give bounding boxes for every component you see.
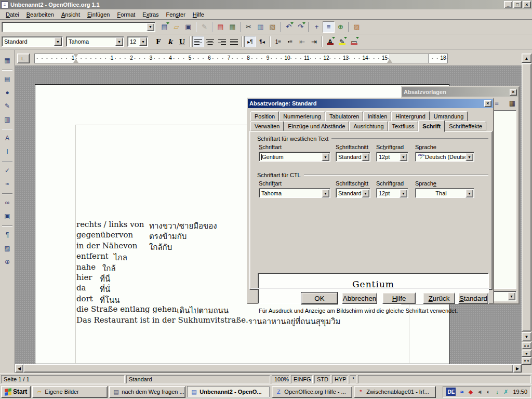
- copy-icon[interactable]: ▥: [255, 21, 267, 33]
- open-icon[interactable]: ▱: [170, 21, 182, 33]
- minimize-button[interactable]: _: [504, 1, 512, 8]
- edit-file-icon[interactable]: ✎: [198, 21, 210, 33]
- page-style[interactable]: Standard: [126, 375, 270, 383]
- right-indent-marker[interactable]: [387, 59, 392, 63]
- undo-icon[interactable]: ↶: [283, 21, 295, 33]
- insert-icon[interactable]: ▤: [1, 73, 14, 85]
- page-indicator[interactable]: Seite 1 / 1: [1, 375, 125, 383]
- task-unbenannt2-openo[interactable]: ▤Unbenannt2 - OpenO...: [187, 386, 270, 398]
- scroll-left-button[interactable]: ◀: [15, 364, 23, 373]
- font-dropdown-button[interactable]: ▼: [115, 37, 123, 46]
- export-pdf-icon[interactable]: ▤: [215, 21, 227, 33]
- standard-button[interactable]: Standard: [458, 292, 488, 304]
- left-to-right-button[interactable]: ▸¶: [244, 36, 256, 47]
- bold-button[interactable]: F: [152, 36, 164, 47]
- increase-indent-button[interactable]: ⇥: [308, 36, 320, 47]
- task-nach-dem-weg-fragen[interactable]: ▤nach dem Weg fragen ...: [109, 386, 185, 398]
- task-zwischenablage01-irf[interactable]: *Zwischenablage01 - Irf...: [354, 386, 436, 398]
- font-name-combobox[interactable]: Tahoma ▼: [66, 36, 124, 47]
- highlighting-button[interactable]: ✎: [336, 36, 348, 47]
- maximize-button[interactable]: □: [513, 1, 522, 8]
- autotext-icon[interactable]: A: [1, 132, 14, 144]
- schriftart-dropdown-button[interactable]: ▼: [322, 189, 329, 197]
- schriftschnitt-dropdown-button[interactable]: ▼: [362, 189, 369, 197]
- draw-functions-icon[interactable]: ✎: [1, 100, 14, 112]
- sprache-dropdown-button[interactable]: ▼: [466, 189, 473, 197]
- next-page-button[interactable]: ▼▼: [522, 357, 531, 365]
- abbrechen-button[interactable]: Abbrechen: [342, 292, 377, 304]
- start-button[interactable]: Start: [1, 386, 31, 398]
- tab-position[interactable]: Position: [250, 111, 279, 121]
- first-line-indent-marker[interactable]: [73, 54, 78, 58]
- graphics-onoff-icon[interactable]: ▨: [1, 242, 14, 255]
- right-to-left-button[interactable]: ¶◂: [256, 36, 268, 47]
- paste-icon[interactable]: ▧: [267, 21, 278, 33]
- menu-item-einfügen[interactable]: Einfügen: [84, 10, 113, 19]
- stylist-close-button[interactable]: ×: [510, 89, 517, 96]
- scroll-right-button[interactable]: ▶: [513, 364, 522, 373]
- tab-einzüge-und-abstände[interactable]: Einzüge und Abstände: [284, 121, 349, 131]
- horizontal-scrollbar-thumb[interactable]: [23, 364, 513, 373]
- style-dropdown-button[interactable]: ▼: [54, 37, 62, 46]
- schriftart-combobox[interactable]: Tahoma▼: [259, 188, 330, 198]
- schriftschnitt-combobox[interactable]: Standard▼: [336, 152, 370, 162]
- scroll-up-button[interactable]: ▲: [522, 54, 531, 63]
- scroll-down-button[interactable]: ▼: [522, 332, 531, 341]
- language-indicator[interactable]: DE: [446, 388, 456, 396]
- bullet-list-button[interactable]: •≡: [284, 36, 296, 47]
- align-left-button[interactable]: [192, 36, 204, 47]
- task-openoffice-org-hilfe[interactable]: ZOpenOffice.org Hilfe - ...: [272, 386, 352, 398]
- navigation-button[interactable]: ●: [522, 350, 531, 357]
- url-combobox[interactable]: ▼: [2, 22, 155, 32]
- menu-item-format[interactable]: Format: [113, 10, 139, 19]
- schriftgrad-combobox[interactable]: 12pt▼: [376, 152, 408, 162]
- background-color-button[interactable]: ▭: [348, 36, 360, 47]
- insert-object-icon[interactable]: ●: [1, 86, 14, 99]
- new-document-icon[interactable]: ▤: [158, 21, 170, 33]
- tab-verwalten[interactable]: Verwalten: [250, 121, 284, 131]
- navigator-icon[interactable]: +: [311, 21, 323, 33]
- tab-nummerierung[interactable]: Nummerierung: [279, 111, 325, 121]
- tab-tabulatoren[interactable]: Tabulatoren: [325, 111, 364, 121]
- menu-item-hilfe[interactable]: Hilfe: [189, 10, 208, 19]
- online-layout-icon[interactable]: ⊕: [1, 256, 14, 268]
- sprache-combobox[interactable]: Thai▼: [415, 188, 474, 198]
- schriftart-dropdown-button[interactable]: ▼: [322, 153, 329, 161]
- italic-button[interactable]: k: [164, 36, 176, 47]
- schriftschnitt-dropdown-button[interactable]: ▼: [362, 153, 369, 161]
- tab-ausrichtung[interactable]: Ausrichtung: [349, 121, 388, 131]
- direct-cursor-icon[interactable]: I: [1, 145, 14, 158]
- schriftgrad-dropdown-button[interactable]: ▼: [400, 153, 407, 161]
- stylist-titlebar[interactable]: Absatzvorlagen ×: [402, 87, 518, 97]
- form-functions-icon[interactable]: ▥: [1, 113, 14, 126]
- ok-button[interactable]: OK: [301, 292, 338, 304]
- cut-icon[interactable]: ✂: [243, 21, 255, 33]
- update-icon[interactable]: ↓: [493, 388, 501, 396]
- align-justify-button[interactable]: [228, 36, 240, 47]
- menu-item-fenster[interactable]: Fenster: [163, 10, 189, 19]
- align-center-button[interactable]: [204, 36, 216, 47]
- insert-table-icon[interactable]: ▦: [1, 54, 14, 66]
- antivirus-icon[interactable]: ◆: [467, 388, 474, 396]
- underline-button[interactable]: U: [176, 36, 188, 47]
- tab-schrift[interactable]: Schrift: [418, 120, 445, 132]
- dialog-titlebar[interactable]: Absatzvorlage: Standard ×: [248, 99, 493, 108]
- schriftgrad-combobox[interactable]: 12pt▼: [376, 188, 408, 198]
- gallery-icon[interactable]: ▨: [351, 21, 363, 33]
- numbered-list-button[interactable]: 1≡: [272, 36, 284, 47]
- url-dropdown-button[interactable]: ▼: [147, 23, 154, 31]
- tab-textfluss[interactable]: Textfluss: [388, 121, 419, 131]
- redo-icon[interactable]: ↷: [295, 21, 307, 33]
- left-indent-marker[interactable]: [73, 59, 78, 63]
- sprache-dropdown-button[interactable]: ▼: [466, 153, 473, 161]
- find-icon[interactable]: ∞: [1, 196, 14, 209]
- hilfe-button[interactable]: Hilfe: [382, 292, 416, 304]
- decrease-indent-button[interactable]: ⇤: [296, 36, 308, 47]
- font-color-button[interactable]: A: [324, 36, 336, 47]
- menu-item-ansicht[interactable]: Ansicht: [58, 10, 84, 19]
- tab-schrifteffekte[interactable]: Schrifteffekte: [445, 121, 486, 131]
- horizontal-ruler[interactable]: 1123456789101112131415161718: [34, 54, 448, 63]
- tab-type-selector-button[interactable]: ∟: [17, 54, 30, 63]
- dialog-close-button[interactable]: ×: [484, 100, 491, 107]
- menu-item-bearbeiten[interactable]: Bearbeiten: [23, 10, 58, 19]
